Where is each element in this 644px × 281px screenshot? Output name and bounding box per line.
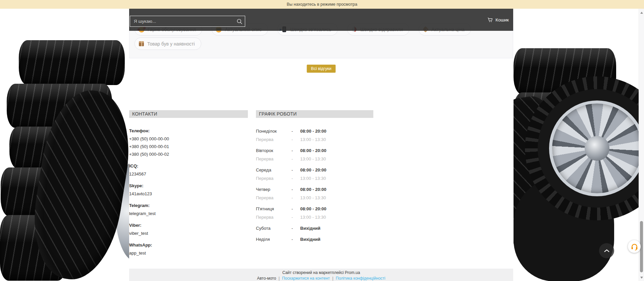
- contact-label-icq: ICQ:: [129, 163, 248, 168]
- left-tire-stack-photo: [0, 37, 129, 281]
- contact-skype-value: 141avto123: [129, 190, 248, 198]
- scroll-to-top-button[interactable]: [599, 243, 614, 258]
- search-input[interactable]: [130, 19, 234, 24]
- search-button[interactable]: [234, 18, 245, 25]
- badge-was-in-stock: Товар був у наявності: [135, 38, 201, 50]
- page: Гарне обслуговування Актуальний опис Шви…: [0, 0, 644, 281]
- schedule-row-break: Перерва-13:00 - 13:30: [256, 215, 373, 220]
- alloy-wheel-image: [525, 76, 639, 220]
- contacts-title: КОНТАКТИ: [129, 110, 248, 118]
- contact-label-viber: Viber:: [129, 223, 248, 228]
- footer-privacy-policy-link[interactable]: Політика конфіденційності: [336, 276, 385, 281]
- contact-phone-number: +380 (50) 000-00-01: [129, 143, 248, 150]
- contact-phone-number: +380 (50) 000-00-00: [129, 135, 248, 143]
- chevron-up-icon: [603, 247, 610, 255]
- package-box-icon: [139, 41, 144, 46]
- contact-label-whatsapp: WhatsApp:: [129, 242, 248, 248]
- contact-label-phone: Телефон:: [129, 128, 248, 133]
- cart-label: Кошик: [495, 17, 509, 22]
- footer-links-row: Авто-мото | Поскаржитися на контент | По…: [129, 276, 513, 281]
- search-box[interactable]: [130, 16, 245, 27]
- badge-label: Товар був у наявності: [147, 41, 195, 47]
- work-schedule-section: ГРАФІК РОБОТИ Понеділок-08:00 - 20:00 Пе…: [256, 110, 373, 242]
- support-chat-button[interactable]: [628, 240, 641, 253]
- footer-separator: |: [332, 276, 333, 281]
- contact-whatsapp-value: app_test: [129, 249, 248, 257]
- footer-marketplace-note: Сайт створений на маркетплейсі Prom.ua: [129, 270, 513, 275]
- cart-icon: [487, 17, 493, 23]
- search-icon: [236, 18, 243, 25]
- schedule-row: Неділя-Вихідний: [256, 237, 373, 242]
- right-tire-wheel-photo: [514, 33, 639, 281]
- schedule-row-break: Перерва-13:00 - 13:30: [256, 137, 373, 142]
- scrollbar-down-arrow[interactable]: [640, 277, 643, 279]
- contact-icq-value: 1234567: [129, 170, 248, 178]
- footer-report-content-link[interactable]: Поскаржитися на контент: [282, 276, 330, 281]
- schedule-body: Понеділок-08:00 - 20:00 Перерва-13:00 - …: [256, 129, 373, 242]
- cart-button[interactable]: Кошик: [487, 9, 509, 31]
- schedule-row: Середа-08:00 - 20:00: [256, 168, 373, 172]
- scrollbar-up-arrow[interactable]: [640, 12, 643, 14]
- badge-row-2: Товар був у наявності: [129, 38, 513, 50]
- preview-toolbar: Кошик: [129, 9, 513, 31]
- schedule-row-break: Перерва-13:00 - 13:30: [256, 176, 373, 181]
- schedule-row: П'ятниця-08:00 - 20:00: [256, 207, 373, 211]
- tire-image: [19, 40, 125, 85]
- contact-label-skype: Skype:: [129, 183, 248, 188]
- preview-mode-text: Вы находитесь в режиме просмотра: [287, 2, 358, 7]
- contact-phone-number: +380 (50) 000-00-02: [129, 150, 248, 158]
- headset-icon: [631, 243, 638, 251]
- contact-label-telegram: Telegram:: [129, 203, 248, 208]
- contacts-section: КОНТАКТИ Телефон: +380 (50) 000-00-00 +3…: [129, 110, 248, 257]
- contacts-body: Телефон: +380 (50) 000-00-00 +380 (50) 0…: [129, 128, 248, 257]
- schedule-row: Субота-Вихідний: [256, 226, 373, 231]
- schedule-row: Понеділок-08:00 - 20:00: [256, 129, 373, 134]
- contact-viber-value: viber_test: [129, 229, 248, 237]
- schedule-title: ГРАФІК РОБОТИ: [256, 110, 373, 118]
- footer-category: Авто-мото: [257, 276, 276, 281]
- contact-telegram-value: telegram_test: [129, 210, 248, 217]
- all-reviews-button[interactable]: Всі відгуки: [307, 65, 336, 73]
- scrollbar[interactable]: [639, 9, 644, 281]
- schedule-row: Четвер-08:00 - 20:00: [256, 187, 373, 192]
- schedule-row: Вівторок-08:00 - 20:00: [256, 148, 373, 153]
- wheel-hub: [585, 136, 609, 161]
- preview-mode-banner: Вы находитесь в режиме просмотра: [0, 0, 644, 9]
- footer-separator: |: [278, 276, 279, 281]
- footer: Сайт створений на маркетплейсі Prom.ua А…: [129, 269, 513, 281]
- schedule-row-break: Перерва-13:00 - 13:30: [256, 196, 373, 200]
- main-content: Гарне обслуговування Актуальний опис Шви…: [129, 9, 513, 281]
- schedule-row-break: Перерва-13:00 - 13:30: [256, 157, 373, 161]
